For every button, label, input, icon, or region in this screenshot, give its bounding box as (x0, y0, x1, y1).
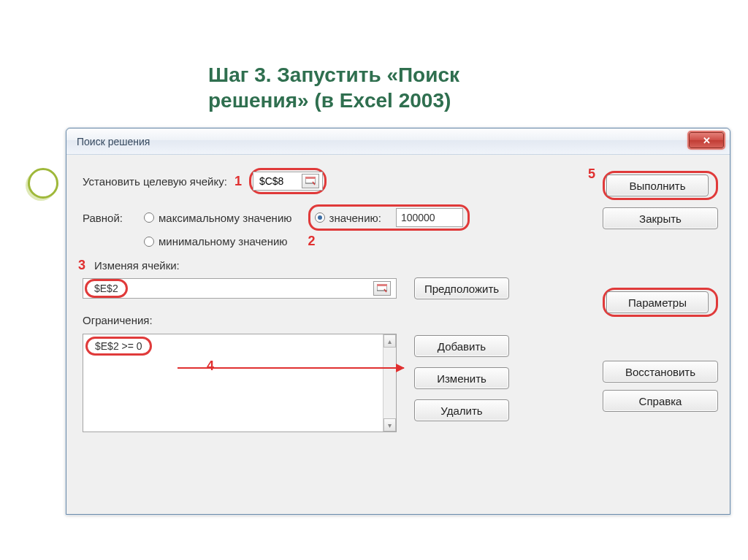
annotation-1: 1 (234, 174, 242, 189)
changing-cells-circle: $E$2 (85, 279, 128, 298)
annotation-2: 2 (308, 234, 316, 249)
help-button[interactable]: Справка (603, 390, 718, 412)
restore-button[interactable]: Восстановить (603, 361, 718, 383)
radio-icon (144, 212, 154, 223)
constraints-listbox[interactable]: $E$2 >= 0 ▴ ▾ (83, 334, 397, 432)
scrollbar[interactable]: ▴ ▾ (383, 334, 396, 431)
radio-min-label: минимальному значению (159, 235, 288, 248)
window-title: Поиск решения (77, 136, 150, 147)
execute-circle: Выполнить (603, 171, 718, 200)
add-button[interactable]: Добавить (414, 335, 509, 357)
params-circle: Параметры (603, 288, 718, 317)
changing-cells-field[interactable]: $E$2 (83, 278, 397, 299)
solver-dialog-window: Поиск решения ✕ Установить целевую ячейк… (66, 128, 730, 515)
radio-icon (315, 212, 325, 223)
guess-button[interactable]: Предположить (414, 277, 509, 299)
target-cell-circle (249, 168, 327, 194)
scroll-track (383, 348, 396, 418)
annotation-3: 3 (78, 258, 85, 273)
annotation-5: 5 (588, 166, 595, 182)
change-button[interactable]: Изменить (414, 367, 509, 389)
svg-rect-1 (305, 177, 316, 179)
value-radio-circle: значению: 100000 (308, 204, 470, 231)
annotation-4: 4 (207, 358, 214, 374)
close-dialog-button[interactable]: Закрыть (603, 207, 718, 229)
target-cell-label: Установить целевую ячейку: (83, 174, 227, 189)
target-cell-field[interactable] (253, 172, 323, 191)
main-column: Установить целевую ячейку: 1 Равной: м (83, 168, 589, 507)
delete-button[interactable]: Удалить (414, 399, 509, 421)
close-button[interactable]: ✕ (689, 132, 724, 148)
title-bar: Поиск решения ✕ (66, 129, 730, 155)
constraint-circle: $E$2 >= 0 (85, 337, 152, 356)
range-picker-icon[interactable] (302, 174, 319, 188)
radio-value[interactable]: значению: (315, 212, 381, 224)
side-buttons: Выполнить Закрыть Параметры Восстановить… (603, 168, 718, 507)
execute-button[interactable]: Выполнить (606, 174, 709, 196)
range-picker-icon[interactable] (373, 281, 391, 296)
changing-cells-value: $E$2 (88, 280, 124, 296)
changing-cells-label: Изменяя ячейки: (94, 258, 180, 273)
target-cell-input[interactable] (258, 174, 299, 188)
radio-max[interactable]: максимальному значению (144, 212, 292, 224)
bullet-icon (28, 168, 58, 199)
equal-to-label: Равной: (83, 210, 137, 226)
params-button[interactable]: Параметры (606, 291, 709, 313)
scroll-down-icon[interactable]: ▾ (383, 418, 396, 431)
radio-icon (144, 237, 154, 247)
svg-rect-3 (377, 284, 387, 286)
dialog-body: Установить целевую ячейку: 1 Равной: м (66, 155, 730, 514)
close-icon: ✕ (703, 135, 711, 146)
annotation-arrow (178, 367, 404, 369)
constraints-label: Ограничения: (83, 312, 589, 328)
scroll-up-icon[interactable]: ▴ (383, 334, 396, 348)
radio-max-label: максимальному значению (159, 212, 292, 224)
slide-title: Шаг 3. Запустить «Поиск решения» (в Exce… (208, 62, 559, 113)
radio-value-label: значению: (329, 212, 381, 224)
radio-min[interactable]: минимальному значению (144, 235, 288, 248)
constraint-item[interactable]: $E$2 >= 0 (89, 337, 148, 355)
value-input[interactable]: 100000 (396, 208, 463, 227)
